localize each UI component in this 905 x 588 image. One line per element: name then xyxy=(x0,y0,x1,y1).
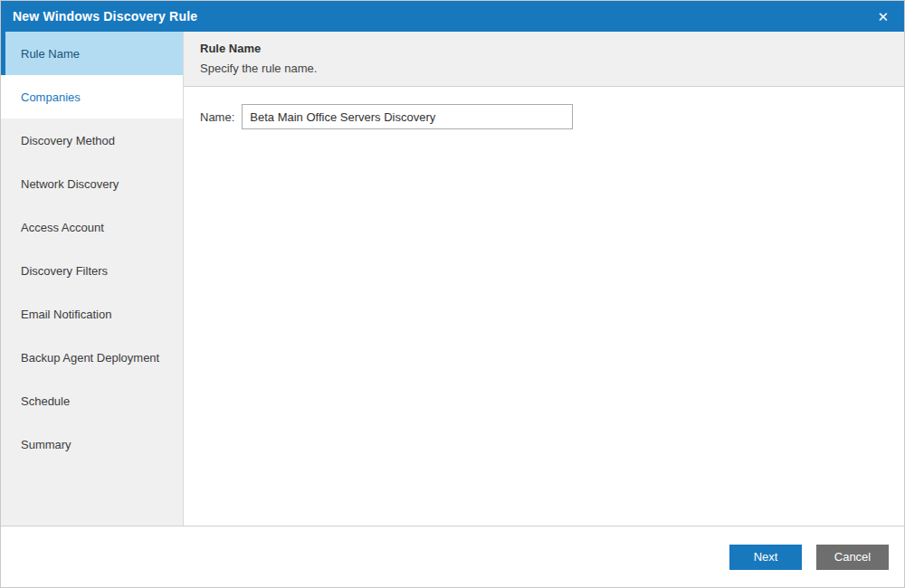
step-header: Rule Name Specify the rule name. xyxy=(184,32,904,87)
dialog-titlebar: New Windows Discovery Rule ✕ xyxy=(1,1,904,32)
wizard-steps-sidebar: Rule NameCompaniesDiscovery MethodNetwor… xyxy=(1,32,184,526)
rule-name-input[interactable] xyxy=(242,104,573,129)
sidebar-item-label: Rule Name xyxy=(21,47,80,61)
sidebar-item-backup-agent-deployment[interactable]: Backup Agent Deployment xyxy=(1,336,183,379)
sidebar-item-email-notification[interactable]: Email Notification xyxy=(1,292,183,336)
sidebar-item-label: Schedule xyxy=(21,394,70,408)
rule-name-row: Name: xyxy=(200,104,888,129)
sidebar-item-label: Discovery Method xyxy=(21,134,115,147)
new-windows-discovery-rule-dialog: New Windows Discovery Rule ✕ Rule NameCo… xyxy=(0,0,905,588)
dialog-title: New Windows Discovery Rule xyxy=(13,9,197,24)
dialog-footer: Next Cancel xyxy=(1,526,904,587)
sidebar-item-network-discovery[interactable]: Network Discovery xyxy=(1,162,183,205)
sidebar-item-schedule[interactable]: Schedule xyxy=(1,379,183,422)
sidebar-item-companies[interactable]: Companies xyxy=(1,75,183,119)
close-icon[interactable]: ✕ xyxy=(873,8,892,25)
sidebar-item-label: Summary xyxy=(21,438,71,451)
sidebar-item-label: Companies xyxy=(21,90,81,104)
sidebar-item-label: Network Discovery xyxy=(21,177,119,191)
next-button[interactable]: Next xyxy=(729,545,802,570)
rule-name-label: Name: xyxy=(200,110,234,124)
sidebar-item-access-account[interactable]: Access Account xyxy=(1,205,183,249)
sidebar-item-discovery-filters[interactable]: Discovery Filters xyxy=(1,249,183,292)
cancel-button[interactable]: Cancel xyxy=(816,545,889,570)
sidebar-item-summary[interactable]: Summary xyxy=(1,422,183,466)
wizard-content: Rule Name Specify the rule name. Name: xyxy=(184,32,904,526)
step-form: Name: xyxy=(184,87,904,526)
dialog-body: Rule NameCompaniesDiscovery MethodNetwor… xyxy=(1,32,904,526)
sidebar-item-label: Backup Agent Deployment xyxy=(21,351,159,365)
step-subtitle: Specify the rule name. xyxy=(200,62,888,75)
sidebar-item-label: Email Notification xyxy=(21,308,111,321)
sidebar-item-label: Discovery Filters xyxy=(21,264,108,278)
sidebar-item-rule-name[interactable]: Rule Name xyxy=(1,32,183,75)
sidebar-item-discovery-method[interactable]: Discovery Method xyxy=(1,119,183,162)
step-heading: Rule Name xyxy=(200,42,888,55)
sidebar-item-label: Access Account xyxy=(21,221,104,234)
